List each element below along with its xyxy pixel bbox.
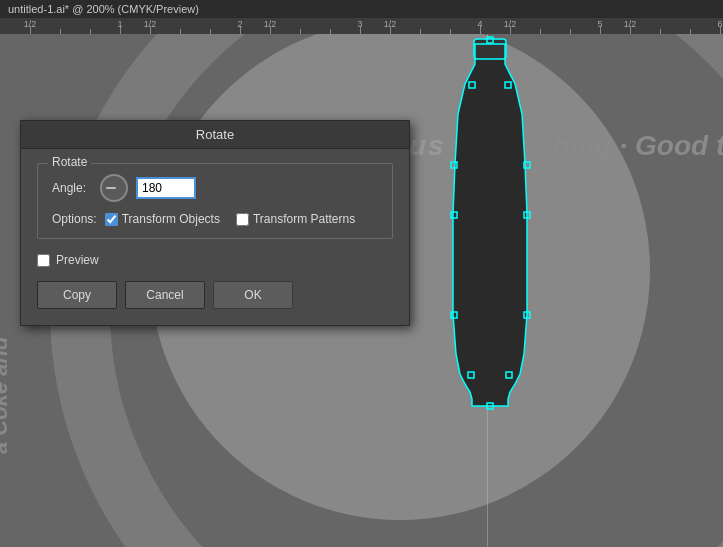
transform-patterns-input[interactable]: [236, 213, 249, 226]
angle-input[interactable]: [136, 177, 196, 199]
ruler-top: 1/211/221/231/241/251/26: [0, 18, 723, 34]
cancel-button[interactable]: Cancel: [125, 281, 205, 309]
transform-objects-checkbox[interactable]: Transform Objects: [105, 212, 220, 226]
dialog-title: Rotate: [21, 121, 409, 149]
preview-input[interactable]: [37, 254, 50, 267]
rotate-dialog: Rotate Rotate Angle: Options: Transform …: [20, 120, 410, 326]
angle-label: Angle:: [52, 181, 92, 195]
buttons-row: Copy Cancel OK: [37, 281, 393, 309]
options-label: Options:: [52, 212, 97, 226]
preview-checkbox[interactable]: Preview: [37, 253, 99, 267]
options-row: Options: Transform Objects Transform Pat…: [52, 212, 378, 226]
svg-rect-0: [474, 39, 506, 59]
transform-patterns-checkbox[interactable]: Transform Patterns: [236, 212, 355, 226]
rotate-group-box: Rotate Angle: Options: Transform Objects…: [37, 163, 393, 239]
ok-button[interactable]: OK: [213, 281, 293, 309]
angle-dial-line: [106, 187, 116, 189]
transform-objects-input[interactable]: [105, 213, 118, 226]
preview-label: Preview: [56, 253, 99, 267]
angle-row: Angle:: [52, 174, 378, 202]
window-title: untitled-1.ai* @ 200% (CMYK/Preview): [8, 3, 199, 15]
angle-dial[interactable]: [100, 174, 128, 202]
transform-patterns-label: Transform Patterns: [253, 212, 355, 226]
copy-button[interactable]: Copy: [37, 281, 117, 309]
title-bar: untitled-1.ai* @ 200% (CMYK/Preview): [0, 0, 723, 18]
group-box-label: Rotate: [48, 155, 91, 169]
preview-row: Preview: [37, 253, 393, 267]
bottle-artwork: [430, 34, 550, 414]
canvas-text-left: a Coke and: [0, 337, 13, 454]
dialog-body: Rotate Angle: Options: Transform Objects…: [21, 149, 409, 325]
canvas-text-right: hing · Good ti: [553, 130, 723, 162]
transform-objects-label: Transform Objects: [122, 212, 220, 226]
